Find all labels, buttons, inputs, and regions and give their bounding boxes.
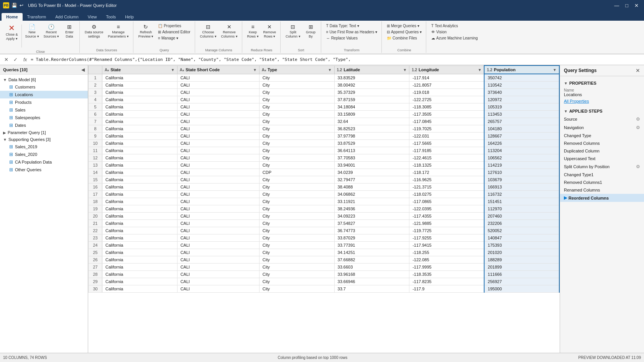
table-row[interactable]: 11CaliforniaCALICity36.64113-117.9185113…	[89, 147, 560, 154]
step-settings-icon[interactable]: ⚙	[636, 125, 640, 130]
applied-step-changed-type1[interactable]: Changed Type1	[560, 171, 644, 179]
table-row[interactable]: 29CaliforniaCALICity33.66946-117.8235256…	[89, 278, 560, 285]
table-row[interactable]: 22CaliforniaCALICity36.74773-119.7725520…	[89, 227, 560, 234]
all-properties-link[interactable]: All Properties	[560, 98, 644, 104]
table-row[interactable]: 4CaliforniaCALICity37.87159-122.27251209…	[89, 96, 560, 103]
tab-help[interactable]: Help	[120, 13, 138, 21]
applied-step-duplicated-column[interactable]: Duplicated Column	[560, 147, 644, 155]
col-header-longitude[interactable]: 1.2 Longitude ▼	[409, 66, 485, 74]
minimize-button[interactable]: —	[612, 2, 621, 9]
col-header-type[interactable]: Aₐ Type ▼	[259, 66, 334, 74]
applied-step-renamed-columns[interactable]: Renamed Columns	[560, 186, 644, 194]
table-row[interactable]: 23CaliforniaCALICity33.87029-117.9255140…	[89, 234, 560, 242]
applied-step-removed-columns[interactable]: Removed Columns	[560, 139, 644, 147]
step-settings-icon[interactable]: ⚙	[636, 164, 640, 169]
properties-button[interactable]: 📋 Properties	[156, 23, 192, 29]
group-by-button[interactable]: ⊞ GroupBy	[303, 23, 319, 40]
text-analytics-button[interactable]: T Text Analytics	[429, 23, 480, 29]
quick-access-save[interactable]: 💾	[12, 3, 17, 8]
table-row[interactable]: 16CaliforniaCALICity38.4088-121.37151669…	[89, 183, 560, 191]
table-row[interactable]: 8CaliforniaCALICity36.82523-119.70251041…	[89, 125, 560, 133]
advanced-editor-button[interactable]: ⊞ Advanced Editor	[156, 29, 192, 35]
replace-values-button[interactable]: ↔ Replace Values	[324, 35, 379, 41]
table-row[interactable]: 27CaliforniaCALICity33.6603-117.99952018…	[89, 264, 560, 271]
enter-data-button[interactable]: ⊞ EnterData	[62, 23, 77, 40]
query-item-customers[interactable]: ⊞ Customers	[0, 83, 88, 91]
maximize-button[interactable]: □	[623, 2, 631, 9]
table-row[interactable]: 15CaliforniaCALICity32.79477-116.9625103…	[89, 176, 560, 183]
col-header-latitude[interactable]: 1.2 Latitude ▼	[334, 66, 409, 74]
col-filter-lat[interactable]: ▼	[403, 68, 407, 72]
formula-confirm-button[interactable]: ✓	[12, 56, 20, 63]
query-group-supporting-header[interactable]: ▼ Supporting Queries [3]	[0, 136, 88, 143]
applied-step-changed-type[interactable]: Changed Type	[560, 132, 644, 139]
choose-columns-button[interactable]: ⊟ ChooseColumns ▾	[198, 23, 219, 40]
col-header-population[interactable]: 1.2 Population ▼	[484, 66, 559, 74]
remove-columns-button[interactable]: ✕ RemoveColumns ▾	[219, 23, 240, 40]
table-row[interactable]: 14CaliforniaCALICDP34.0239-118.172127610	[89, 169, 560, 176]
query-group-parameter-header[interactable]: ▶ Parameter Query [1]	[0, 129, 88, 136]
col-filter-pop[interactable]: ▼	[553, 68, 557, 72]
table-row[interactable]: 3CaliforniaCALICity35.37329-119.01837364…	[89, 89, 560, 96]
col-filter-type[interactable]: ▼	[328, 68, 332, 72]
col-filter-lon[interactable]: ▼	[478, 68, 481, 72]
table-row[interactable]: 13CaliforniaCALICity33.94001-118.1325114…	[89, 162, 560, 169]
formula-cancel-button[interactable]: ✕	[2, 56, 10, 63]
table-row[interactable]: 18CaliforniaCALICity33.11921-117.0865151…	[89, 198, 560, 205]
query-item-locations[interactable]: ⊞ Locations	[0, 91, 88, 98]
tab-view[interactable]: View	[83, 13, 102, 21]
applied-step-uppercased-text[interactable]: Uppercased Text	[560, 155, 644, 162]
tab-tools[interactable]: Tools	[101, 13, 120, 21]
query-item-dates[interactable]: ⊞ Dates	[0, 121, 88, 129]
merge-queries-button[interactable]: ⊞ Merge Queries ▾	[385, 23, 424, 29]
table-row[interactable]: 5CaliforniaCALICity34.18084-118.30851053…	[89, 103, 560, 111]
table-row[interactable]: 26CaliforniaCALICity37.66882-122.0851882…	[89, 256, 560, 264]
combine-files-button[interactable]: 📁 Combine Files	[385, 35, 424, 41]
step-settings-icon[interactable]: ⚙	[636, 116, 640, 122]
split-column-button[interactable]: ⊟ SplitColumn ▾	[284, 23, 302, 40]
query-item-sales-2019[interactable]: ⊞ Sales_2019	[0, 143, 88, 151]
data-type-button[interactable]: T Data Type: Text ▾	[324, 23, 379, 29]
table-row[interactable]: 6CaliforniaCALICity33.15809-117.35051134…	[89, 111, 560, 118]
query-item-salespeoples[interactable]: ⊞ Salespeoples	[0, 114, 88, 121]
recent-sources-button[interactable]: 🕐 RecentSources ▾	[42, 23, 61, 40]
applied-step-source[interactable]: Source⚙	[560, 115, 644, 123]
table-row[interactable]: 20CaliforniaCALICity34.09223-117.4355207…	[89, 213, 560, 220]
col-filter-ssc[interactable]: ▼	[253, 68, 257, 72]
close-button[interactable]: ✕	[632, 2, 641, 9]
remove-rows-button[interactable]: ✕ RemoveRows ▾	[261, 23, 278, 40]
table-row[interactable]: 12CaliforniaCALICity37.70583-122.4615106…	[89, 154, 560, 162]
table-row[interactable]: 24CaliforniaCALICity33.77391-117.9415175…	[89, 242, 560, 249]
refresh-preview-button[interactable]: ↻ RefreshPreview ▾	[136, 23, 156, 40]
tab-add-column[interactable]: Add Column	[51, 13, 83, 21]
table-row[interactable]: 7CaliforniaCALICity32.64-117.0845265757	[89, 118, 560, 125]
col-filter-state[interactable]: ▼	[171, 68, 175, 72]
manage-parameters-button[interactable]: ≡ ManageParameters ▾	[106, 23, 131, 40]
data-table-wrapper[interactable]: Aₐ State ▼ Aₐ State Short Code ▼	[88, 65, 560, 353]
close-apply-button[interactable]: ✕ Close &Apply ▾	[4, 23, 20, 42]
table-row[interactable]: 30CaliforniaCALICity33.7-117.9195000	[89, 285, 560, 293]
table-row[interactable]: 10CaliforniaCALICity33.87529-117.5665164…	[89, 140, 560, 147]
formula-input[interactable]	[31, 57, 642, 62]
table-row[interactable]: 9CaliforniaCALICity37.97798-122.03112866…	[89, 133, 560, 140]
query-item-sales-2020[interactable]: ⊞ Sales_2020	[0, 151, 88, 158]
table-row[interactable]: 17CaliforniaCALICity34.06862-118.0275116…	[89, 191, 560, 198]
col-header-state-short-code[interactable]: Aₐ State Short Code ▼	[177, 66, 259, 74]
right-panel-close-button[interactable]: ✕	[636, 67, 640, 74]
query-group-data-model-header[interactable]: ▼ Data Model [6]	[0, 76, 88, 83]
applied-step-split-column-by-position[interactable]: Split Column by Position⚙	[560, 162, 644, 171]
keep-rows-button[interactable]: ≡ KeepRows ▾	[245, 23, 261, 40]
table-row[interactable]: 25CaliforniaCALICity34.14251-118.2552010…	[89, 249, 560, 256]
applied-step-reordered-columns[interactable]: ▶ Reordered Columns	[560, 194, 644, 202]
applied-step-navigation[interactable]: Navigation⚙	[560, 123, 644, 132]
query-item-sales[interactable]: ⊞ Sales	[0, 106, 88, 114]
new-source-button[interactable]: 📄 NewSource ▾	[23, 23, 41, 40]
table-row[interactable]: 28CaliforniaCALICity33.96168-118.3535111…	[89, 271, 560, 278]
query-item-other-queries[interactable]: ⊞ Other Queries	[0, 166, 88, 174]
table-row[interactable]: 1CaliforniaCALICity33.83529-117.91435074…	[89, 74, 560, 82]
tab-home[interactable]: Home	[2, 13, 23, 21]
tab-transform[interactable]: Transform	[23, 13, 51, 21]
queries-collapse-button[interactable]: ◀	[81, 67, 85, 72]
azure-ml-button[interactable]: ☁ Azure Machine Learning	[429, 35, 480, 41]
table-row[interactable]: 19CaliforniaCALICity38.24936-122.0395112…	[89, 205, 560, 213]
